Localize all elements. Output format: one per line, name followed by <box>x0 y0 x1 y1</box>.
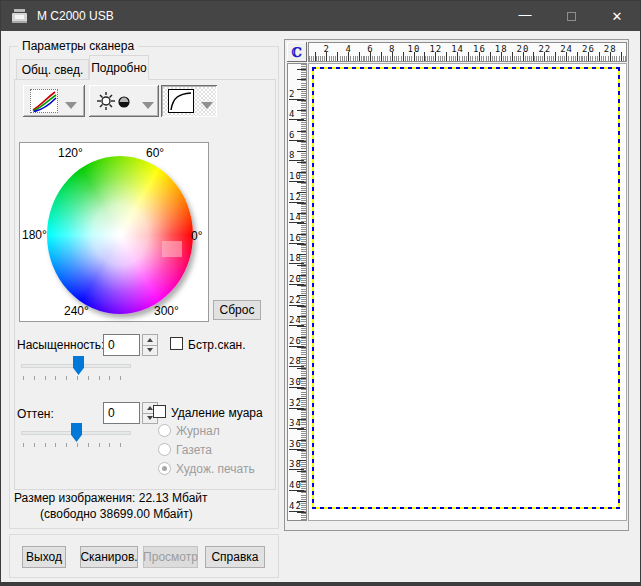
ruler-units-button[interactable]: ℂ <box>287 42 307 62</box>
rgb-curves-dropdown-icon[interactable] <box>65 102 77 109</box>
v-ruler-number-16: 16 <box>289 233 304 244</box>
v-ruler-number-40: 40 <box>289 480 304 491</box>
saturation-slider-ticks <box>23 376 131 380</box>
h-ruler-number-24: 24 <box>560 45 573 54</box>
moire-removal-checkbox[interactable] <box>153 405 166 418</box>
v-ruler-number-26: 26 <box>289 336 304 347</box>
v-ruler-number-38: 38 <box>289 459 304 470</box>
v-ruler-number-20: 20 <box>289 274 304 285</box>
hue-degree-label-300: 300° <box>154 304 179 318</box>
image-size-status: Размер изображения: 22.13 Мбайт <box>14 491 208 505</box>
color-wheel-marker[interactable] <box>162 241 182 257</box>
hue-label: Оттен: <box>17 407 54 421</box>
titlebar[interactable]: M C2000 USB — ✕ <box>1 1 640 31</box>
h-ruler-number-2: 2 <box>324 45 330 54</box>
h-ruler-number-10: 10 <box>408 45 421 54</box>
h-ruler-number-18: 18 <box>495 45 508 54</box>
hue-slider-thumb[interactable] <box>71 423 82 442</box>
v-ruler-number-4: 4 <box>289 109 304 120</box>
h-ruler-number-14: 14 <box>451 45 464 54</box>
tab-details[interactable]: Подробно <box>89 55 149 80</box>
h-ruler-number-12: 12 <box>429 45 442 54</box>
moire-removal-label: Удаление муара <box>171 406 263 420</box>
saturation-slider-thumb[interactable] <box>73 356 84 375</box>
scanner-printer-icon <box>11 8 28 25</box>
moire-option-2: Худож. печать <box>158 461 255 477</box>
horizontal-ruler: 246810121416182022242628 <box>308 42 627 62</box>
minimize-button[interactable]: — <box>502 1 548 31</box>
tab-general[interactable]: Общ. свед. <box>16 59 89 80</box>
moire-option-1: Газета <box>158 442 212 458</box>
saturation-spin-down[interactable] <box>142 345 158 357</box>
hue-degree-label-180: 180° <box>22 228 47 242</box>
saturation-spinner <box>142 334 158 356</box>
gamma-curve-icon <box>168 89 194 113</box>
details-tab-page: 120°60°180°0°240°300° Сброс Насыщенность… <box>14 79 276 490</box>
h-ruler-number-22: 22 <box>538 45 551 54</box>
v-ruler-number-42: 42 <box>289 501 304 512</box>
hue-degree-label-240: 240° <box>64 304 89 318</box>
hue-degree-label-60: 60° <box>146 146 164 160</box>
h-ruler-number-20: 20 <box>517 45 530 54</box>
radio-label: Журнал <box>176 424 220 438</box>
h-ruler-number-16: 16 <box>473 45 486 54</box>
brightness-contrast-dropdown-icon[interactable] <box>142 102 154 109</box>
v-ruler-number-6: 6 <box>289 130 304 141</box>
v-ruler-number-30: 30 <box>289 377 304 388</box>
gamma-curve-dropdown-icon[interactable] <box>201 102 213 109</box>
preview-button: Просмотр <box>143 546 198 568</box>
scanner-params-group: Параметры сканера Общ. свед. Подробно <box>9 46 279 529</box>
v-ruler-number-8: 8 <box>289 150 304 161</box>
free-space-status: (свободно 38699.00 Мбайт) <box>14 507 193 521</box>
fast-scan-label: Бстр.скан. <box>188 338 246 352</box>
selection-border-left[interactable] <box>312 67 314 509</box>
color-wheel-panel: 120°60°180°0°240°300° <box>19 142 209 322</box>
v-ruler-number-32: 32 <box>289 398 304 409</box>
saturation-input[interactable] <box>103 334 140 356</box>
selection-border-top[interactable] <box>312 67 620 69</box>
hue-input[interactable] <box>103 402 140 424</box>
preview-panel: ℂ 246810121416182022242628 2468101214161… <box>284 39 629 531</box>
saturation-label: Насыщенность: <box>17 338 104 352</box>
maximize-icon <box>567 12 576 21</box>
window-controls: — ✕ <box>502 1 640 31</box>
v-ruler-number-34: 34 <box>289 418 304 429</box>
h-ruler-number-6: 6 <box>367 45 373 54</box>
radio-icon <box>158 462 171 475</box>
window-title: M C2000 USB <box>37 9 114 23</box>
selection-border-right[interactable] <box>618 67 620 509</box>
radio-label: Худож. печать <box>176 462 255 476</box>
group-label: Параметры сканера <box>18 39 138 53</box>
v-ruler-number-14: 14 <box>289 212 304 223</box>
help-button[interactable]: Справка <box>205 546 265 568</box>
action-buttons-panel: ВыходСканиров.ПросмотрСправка <box>9 534 279 578</box>
h-ruler-number-4: 4 <box>345 45 351 54</box>
maximize-button <box>548 1 594 31</box>
fast-scan-checkbox[interactable] <box>170 337 183 350</box>
h-ruler-number-28: 28 <box>604 45 617 54</box>
vertical-ruler: 24681012141618202224262830323436384042 <box>287 63 307 521</box>
hue-slider-ticks <box>23 443 131 447</box>
moire-option-0: Журнал <box>158 423 220 439</box>
rgb-curves-button[interactable] <box>23 85 85 117</box>
hue-degree-label-120: 120° <box>58 146 83 160</box>
rgb-curves-icon <box>30 89 58 113</box>
exit-button[interactable]: Выход <box>22 546 66 568</box>
reset-button[interactable]: Сброс <box>213 300 261 320</box>
scan-button[interactable]: Сканиров. <box>80 546 138 568</box>
v-ruler-number-22: 22 <box>289 295 304 306</box>
gamma-curve-button[interactable] <box>161 85 217 117</box>
radio-label: Газета <box>176 443 212 457</box>
hue-degree-label-0: 0° <box>191 229 202 243</box>
selection-border-bottom[interactable] <box>312 507 620 509</box>
scanner-dialog-window: M C2000 USB — ✕ Параметры сканера Общ. с… <box>0 0 641 586</box>
v-ruler-number-24: 24 <box>289 315 304 326</box>
v-ruler-number-10: 10 <box>289 171 304 182</box>
arrow-down-icon <box>147 348 153 355</box>
h-ruler-number-8: 8 <box>389 45 395 54</box>
close-button[interactable]: ✕ <box>594 1 640 31</box>
brightness-contrast-button[interactable] <box>89 85 159 117</box>
v-ruler-number-28: 28 <box>289 356 304 367</box>
color-wheel[interactable] <box>47 156 193 314</box>
scan-preview-area[interactable] <box>308 63 627 521</box>
